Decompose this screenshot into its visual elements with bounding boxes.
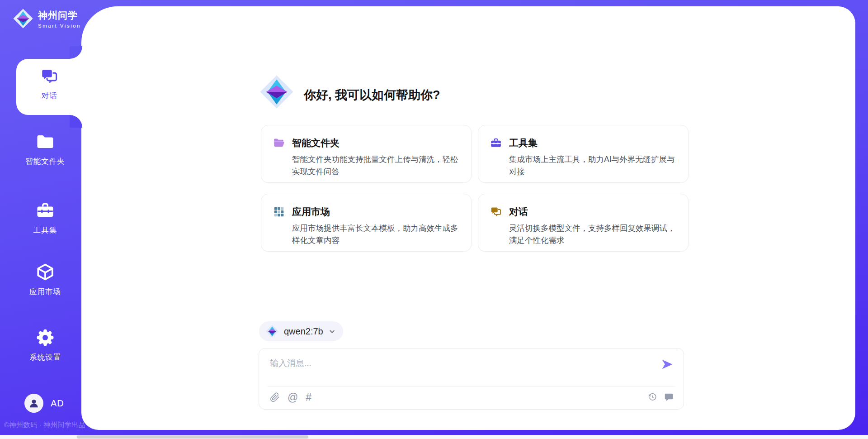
cube-icon [36, 262, 55, 282]
card-header: 工具集 [490, 137, 676, 149]
topic-icon[interactable]: # [306, 392, 311, 403]
card-header: 对话 [490, 205, 676, 218]
card-title: 对话 [509, 205, 528, 218]
card-chat[interactable]: 对话 灵活切换多模型文件，支持多样回复效果调试，满足个性化需求 [478, 194, 689, 252]
horizontal-scrollbar[interactable] [0, 435, 868, 439]
model-label: qwen2:7b [284, 326, 323, 337]
composer-tools-right [648, 392, 674, 402]
sidebar-item-label: 对话 [42, 91, 57, 101]
card-description: 集成市场上主流工具，助力AI与外界无缝扩展与对接 [509, 153, 679, 178]
card-app-market[interactable]: 应用市场 应用市场提供丰富长文本模板，助力高效生成多样化文章内容 [261, 194, 472, 252]
send-icon [661, 358, 674, 371]
grid-icon [273, 206, 285, 218]
card-smart-folder[interactable]: 智能文件夹 智能文件夹功能支持批量文件上传与清洗，轻松实现文件问答 [261, 125, 472, 183]
chevron-down-icon [328, 328, 336, 335]
brand-subtitle: Smart Vision [38, 23, 81, 29]
card-header: 智能文件夹 [273, 137, 459, 149]
folder-open-icon [273, 137, 285, 149]
card-description: 智能文件夹功能支持批量文件上传与清洗，轻松实现文件问答 [292, 153, 462, 178]
model-selector[interactable]: qwen2:7b [259, 321, 343, 341]
user-name: AD [51, 398, 64, 409]
sidebar-item-app-market[interactable]: 应用市场 [16, 262, 74, 297]
history-icon[interactable] [648, 392, 657, 402]
card-title: 应用市场 [292, 205, 330, 218]
folder-icon [36, 132, 55, 151]
card-description: 应用市场提供丰富长文本模板，助力高效生成多样化文章内容 [292, 222, 462, 247]
brand[interactable]: 神州问学 Smart Vision [13, 8, 81, 29]
sidebar-item-label: 应用市场 [29, 287, 61, 297]
greeting-title: 你好, 我可以如何帮助你? [304, 87, 440, 103]
chat-icon [40, 67, 58, 86]
sidebar-item-smart-folder[interactable]: 智能文件夹 [16, 132, 74, 167]
brand-text: 神州问学 Smart Vision [38, 9, 81, 29]
sidebar-item-settings[interactable]: 系统设置 [16, 328, 74, 363]
brand-name: 神州问学 [38, 9, 81, 22]
model-logo-icon [265, 324, 279, 338]
comment-icon[interactable] [664, 392, 674, 402]
person-icon [28, 397, 40, 409]
sidebar-footer: ©神州数码 · 神州问学出品 [3, 420, 87, 430]
corner-curve [70, 46, 82, 59]
card-toolset[interactable]: 工具集 集成市场上主流工具，助力AI与外界无缝扩展与对接 [478, 125, 689, 183]
chat-icon [490, 206, 502, 218]
composer-divider [267, 386, 675, 387]
paperclip-icon[interactable] [270, 392, 280, 402]
brand-logo-icon [13, 8, 33, 29]
app-root: 神州问学 Smart Vision 对话 智能文件夹 工具集 [0, 0, 868, 439]
card-title: 工具集 [509, 137, 538, 149]
gear-icon [36, 328, 55, 347]
sidebar-item-chat[interactable]: 对话 [16, 59, 82, 115]
send-button[interactable] [661, 358, 674, 371]
sidebar-item-label: 智能文件夹 [25, 157, 65, 167]
message-composer: @ # [259, 348, 684, 410]
message-input[interactable] [270, 356, 645, 371]
avatar [24, 394, 43, 413]
sidebar-item-label: 系统设置 [29, 353, 61, 363]
corner-curve [70, 115, 82, 128]
card-title: 智能文件夹 [292, 137, 340, 149]
toolbox-icon [36, 201, 55, 220]
card-header: 应用市场 [273, 205, 459, 218]
greeting-logo [259, 74, 294, 111]
sidebar-item-toolset[interactable]: 工具集 [16, 201, 74, 235]
composer-tools-left: @ # [270, 392, 311, 403]
mention-icon[interactable]: @ [288, 392, 298, 403]
card-description: 灵活切换多模型文件，支持多样回复效果调试，满足个性化需求 [509, 222, 679, 247]
sidebar-item-label: 工具集 [33, 225, 57, 235]
toolbox-icon [490, 137, 502, 149]
user-account[interactable]: AD [24, 394, 64, 413]
scrollbar-thumb[interactable] [77, 435, 308, 439]
app-logo-icon [259, 74, 294, 110]
